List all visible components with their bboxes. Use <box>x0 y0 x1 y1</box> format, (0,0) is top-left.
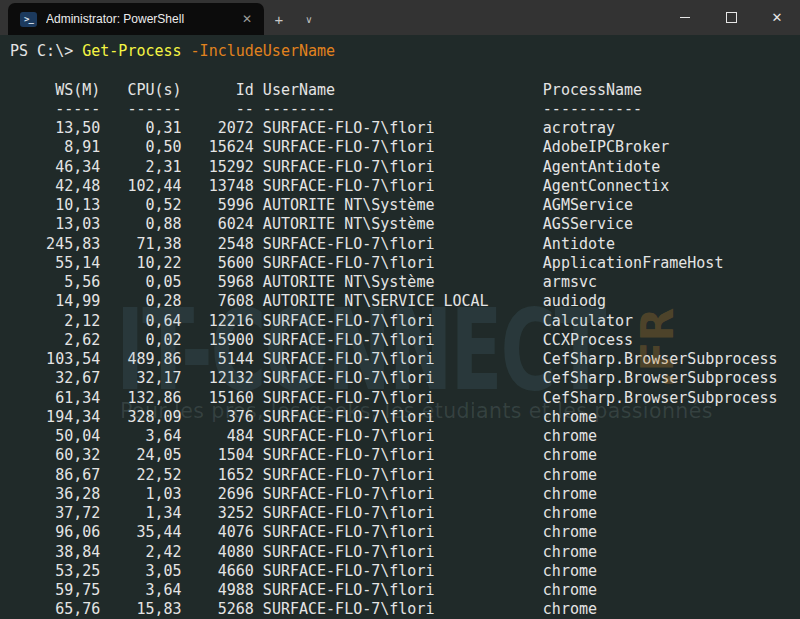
process-row: 50,04 3,64 484 SURFACE-FLO-7\flori chrom… <box>10 427 800 446</box>
process-row: 46,34 2,31 15292 SURFACE-FLO-7\flori Age… <box>10 158 800 177</box>
titlebar-drag-region[interactable] <box>324 0 662 35</box>
tab-title: Administrator: PowerShell <box>46 12 229 26</box>
process-row: 103,54 489,86 5144 SURFACE-FLO-7\flori C… <box>10 350 800 369</box>
process-row: 37,72 1,34 3252 SURFACE-FLO-7\flori chro… <box>10 504 800 523</box>
process-row: 96,06 35,44 4076 SURFACE-FLO-7\flori chr… <box>10 523 800 542</box>
process-row: 32,67 32,17 12132 SURFACE-FLO-7\flori Ce… <box>10 369 800 388</box>
process-row: 36,28 1,03 2696 SURFACE-FLO-7\flori chro… <box>10 485 800 504</box>
maximize-button[interactable] <box>708 0 754 35</box>
process-row: 2,62 0,02 15900 SURFACE-FLO-7\flori CCXP… <box>10 331 800 350</box>
process-row: 55,14 10,22 5600 SURFACE-FLO-7\flori App… <box>10 254 800 273</box>
process-row: 13,03 0,88 6024 AUTORITE NT\Système AGSS… <box>10 215 800 234</box>
tab-close-icon[interactable]: ✕ <box>238 10 256 28</box>
table-underline-row: ----- ------ -- -------- ----------- <box>10 100 800 119</box>
process-row: 59,75 3,64 4988 SURFACE-FLO-7\flori chro… <box>10 581 800 600</box>
process-row: 13,50 0,31 2072 SURFACE-FLO-7\flori acro… <box>10 119 800 138</box>
titlebar: >_ Administrator: PowerShell ✕ + ∨ ✕ <box>0 0 800 35</box>
close-icon: ✕ <box>772 10 783 25</box>
process-row: 5,56 0,05 5968 AUTORITE NT\Système armsv… <box>10 273 800 292</box>
terminal-content[interactable]: PS C:\> Get-Process-IncludeUserName WS(M… <box>0 35 800 619</box>
minimize-button[interactable] <box>662 0 708 35</box>
command-line: PS C:\> Get-Process-IncludeUserName <box>10 42 800 61</box>
command-text: Get-Process <box>82 42 181 60</box>
maximize-icon <box>726 12 737 23</box>
process-row: 10,13 0,52 5996 AUTORITE NT\Système AGMS… <box>10 196 800 215</box>
process-row: 60,32 24,05 1504 SURFACE-FLO-7\flori chr… <box>10 446 800 465</box>
process-row: 42,48 102,44 13748 SURFACE-FLO-7\flori A… <box>10 177 800 196</box>
minimize-icon <box>680 17 690 18</box>
powershell-icon: >_ <box>20 12 37 27</box>
tab-dropdown-button[interactable]: ∨ <box>294 3 324 35</box>
process-row: 86,67 22,52 1652 SURFACE-FLO-7\flori chr… <box>10 466 800 485</box>
process-row: 65,76 15,83 5268 SURFACE-FLO-7\flori chr… <box>10 600 800 619</box>
process-row: 2,12 0,64 12216 SURFACE-FLO-7\flori Calc… <box>10 312 800 331</box>
process-row: 194,34 328,09 376 SURFACE-FLO-7\flori ch… <box>10 408 800 427</box>
process-row: 38,84 2,42 4080 SURFACE-FLO-7\flori chro… <box>10 543 800 562</box>
process-row: 53,25 3,05 4660 SURFACE-FLO-7\flori chro… <box>10 562 800 581</box>
terminal-output: PS C:\> Get-Process-IncludeUserName WS(M… <box>0 35 800 619</box>
process-row: 245,83 71,38 2548 SURFACE-FLO-7\flori An… <box>10 235 800 254</box>
process-row: 8,91 0,50 15624 SURFACE-FLO-7\flori Adob… <box>10 138 800 157</box>
process-table: WS(M) CPU(s) Id UserName ProcessName ---… <box>10 81 800 619</box>
blank-line <box>10 61 800 80</box>
process-row: 61,34 132,86 15160 SURFACE-FLO-7\flori C… <box>10 389 800 408</box>
new-tab-button[interactable]: + <box>264 3 294 35</box>
process-row: 14,99 0,28 7608 AUTORITE NT\SERVICE LOCA… <box>10 292 800 311</box>
tab-powershell[interactable]: >_ Administrator: PowerShell ✕ <box>8 3 264 35</box>
terminal-window: >_ Administrator: PowerShell ✕ + ∨ ✕ PS … <box>0 0 800 619</box>
chevron-down-icon: ∨ <box>305 14 312 25</box>
prompt: PS C:\> <box>10 42 82 60</box>
command-argument: -IncludeUserName <box>191 42 336 60</box>
close-button[interactable]: ✕ <box>754 0 800 35</box>
table-header-row: WS(M) CPU(s) Id UserName ProcessName <box>10 81 800 100</box>
